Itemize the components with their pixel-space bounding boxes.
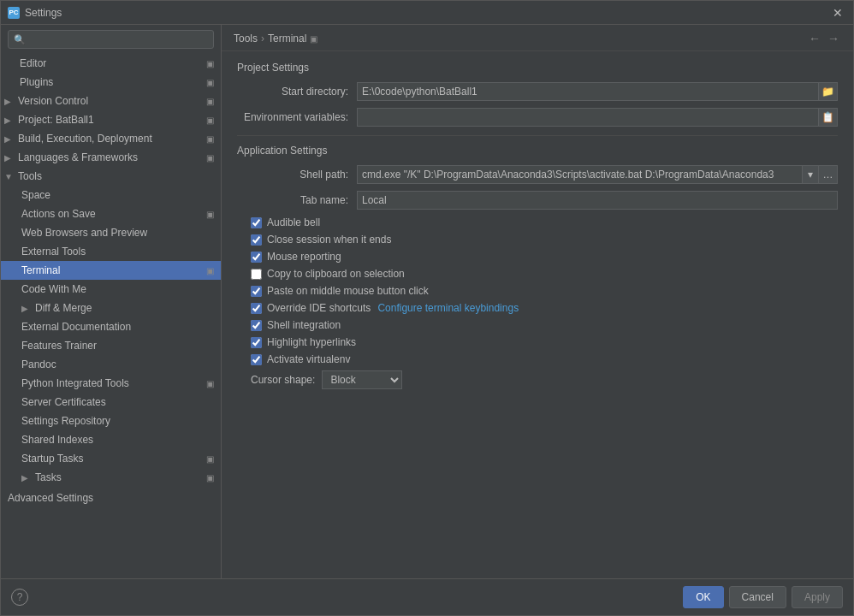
shell-path-row: Shell path: ▾ … <box>237 165 838 184</box>
sidebar-item-startup-tasks[interactable]: Startup Tasks ▣ <box>1 449 221 468</box>
shell-path-input[interactable] <box>357 165 802 184</box>
highlight-hyperlinks-checkbox[interactable] <box>251 337 262 348</box>
configure-keybindings-link[interactable]: Configure terminal keybindings <box>377 302 519 314</box>
sidebar-item-label: Project: BatBall1 <box>18 114 94 126</box>
sidebar-item-label: Tasks <box>35 471 62 483</box>
tab-name-label: Tab name: <box>237 194 357 206</box>
sidebar-item-space[interactable]: Space <box>1 186 221 204</box>
sidebar-item-tasks[interactable]: ▶ Tasks ▣ <box>1 468 221 487</box>
sidebar-item-features-trainer[interactable]: Features Trainer <box>1 336 221 355</box>
checkbox-close-session: Close session when it ends <box>237 234 838 246</box>
expand-icon: ▣ <box>206 134 214 144</box>
sidebar-item-web-browsers[interactable]: Web Browsers and Preview <box>1 223 221 242</box>
sidebar-item-diff-merge[interactable]: ▶ Diff & Merge <box>1 299 221 317</box>
breadcrumb-parent[interactable]: Tools <box>234 33 258 44</box>
sidebar-item-label: Space <box>21 189 50 201</box>
forward-button[interactable]: → <box>826 32 841 45</box>
settings-dialog: PC Settings ✕ 🔍 Editor ▣ Plugins ▣ ▶ <box>0 0 854 616</box>
checkbox-override-ide: Override IDE shortcuts Configure termina… <box>237 302 838 314</box>
shell-input-wrap: ▾ … <box>357 165 838 184</box>
cancel-button[interactable]: Cancel <box>729 586 786 608</box>
sidebar-item-build[interactable]: ▶ Build, Execution, Deployment ▣ <box>1 129 221 148</box>
arrow-icon: ▶ <box>4 97 15 106</box>
sidebar-item-pandoc[interactable]: Pandoc <box>1 355 221 374</box>
sidebar-item-label: Plugins <box>20 76 53 88</box>
sidebar-item-actions-on-save[interactable]: Actions on Save ▣ <box>1 204 221 223</box>
sidebar-item-label: Code With Me <box>21 283 86 295</box>
search-input[interactable] <box>29 33 208 45</box>
search-icon: 🔍 <box>14 34 26 45</box>
sidebar-item-editor[interactable]: Editor ▣ <box>1 54 221 73</box>
sidebar-item-advanced-settings[interactable]: Advanced Settings <box>1 489 221 507</box>
sidebar-item-plugins[interactable]: Plugins ▣ <box>1 73 221 92</box>
sidebar-item-external-tools[interactable]: External Tools <box>1 242 221 261</box>
override-ide-checkbox[interactable] <box>251 303 262 314</box>
close-button[interactable]: ✕ <box>829 4 846 21</box>
sidebar-item-label: External Documentation <box>21 321 131 333</box>
audible-bell-checkbox[interactable] <box>251 217 262 228</box>
arrow-icon: ▶ <box>4 116 15 125</box>
env-variables-browse-button[interactable]: 📋 <box>819 108 838 127</box>
expand-icon: ▣ <box>206 78 214 87</box>
expand-icon: ▣ <box>206 59 214 68</box>
start-directory-input[interactable] <box>357 82 819 101</box>
sidebar-item-label: Pandoc <box>21 358 56 370</box>
sidebar-item-label: Version Control <box>18 95 88 107</box>
sidebar-item-label: Settings Repository <box>21 415 110 427</box>
arrow-icon: ▼ <box>4 172 15 181</box>
expand-icon: ▣ <box>206 153 214 163</box>
settings-content: Project Settings Start directory: 📁 Envi… <box>222 51 853 578</box>
sidebar-item-version-control[interactable]: ▶ Version Control ▣ <box>1 92 221 110</box>
start-directory-row: Start directory: 📁 <box>237 82 838 101</box>
expand-icon: ▣ <box>206 379 214 388</box>
arrow-icon: ▶ <box>4 153 15 163</box>
sidebar-item-server-certificates[interactable]: Server Certificates <box>1 393 221 412</box>
sidebar-item-python-integrated-tools[interactable]: Python Integrated Tools ▣ <box>1 374 221 393</box>
sidebar-item-settings-repository[interactable]: Settings Repository <box>1 412 221 430</box>
start-directory-browse-button[interactable]: 📁 <box>819 82 838 101</box>
cursor-shape-select[interactable]: Block Underline Vertical Bar <box>322 370 402 389</box>
sidebar-item-terminal[interactable]: Terminal ▣ <box>1 261 221 280</box>
sidebar-item-tools[interactable]: ▼ Tools <box>1 167 221 186</box>
activate-virtualenv-label: Activate virtualenv <box>267 353 350 365</box>
shell-integration-checkbox[interactable] <box>251 320 262 331</box>
activate-virtualenv-checkbox[interactable] <box>251 354 262 365</box>
app-icon: PC <box>8 7 20 19</box>
mouse-reporting-label: Mouse reporting <box>267 251 341 263</box>
sidebar-item-shared-indexes[interactable]: Shared Indexes <box>1 430 221 449</box>
env-variables-label: Environment variables: <box>237 111 357 123</box>
sidebar-item-label: Terminal <box>21 264 60 276</box>
sidebar-item-languages[interactable]: ▶ Languages & Frameworks ▣ <box>1 148 221 167</box>
sidebar-item-external-documentation[interactable]: External Documentation <box>1 317 221 336</box>
help-button[interactable]: ? <box>11 589 28 606</box>
sidebar-item-project[interactable]: ▶ Project: BatBall1 ▣ <box>1 110 221 129</box>
shell-dropdown-button[interactable]: ▾ <box>802 165 819 184</box>
breadcrumb: Tools › Terminal ▣ ← → <box>222 25 853 51</box>
sidebar-item-label: Tools <box>18 170 42 182</box>
sidebar-item-label: Diff & Merge <box>35 302 92 314</box>
override-ide-label: Override IDE shortcuts <box>267 302 371 314</box>
start-directory-input-wrap: 📁 <box>357 82 838 101</box>
apply-button[interactable]: Apply <box>792 586 843 608</box>
checkbox-mouse-reporting: Mouse reporting <box>237 251 838 263</box>
copy-clipboard-checkbox[interactable] <box>251 269 262 280</box>
app-settings-title: Application Settings <box>237 145 838 157</box>
checkbox-highlight-hyperlinks: Highlight hyperlinks <box>237 336 838 348</box>
sidebar-item-code-with-me[interactable]: Code With Me <box>1 280 221 299</box>
breadcrumb-current: Terminal <box>268 33 306 44</box>
arrow-icon: ▶ <box>21 304 32 313</box>
ok-button[interactable]: OK <box>683 586 723 608</box>
close-session-checkbox[interactable] <box>251 234 262 246</box>
search-box[interactable]: 🔍 <box>8 30 214 49</box>
paste-middle-checkbox[interactable] <box>251 286 262 297</box>
shell-browse-button[interactable]: … <box>819 165 838 184</box>
expand-icon: ▣ <box>206 97 214 106</box>
tab-name-input[interactable] <box>357 191 838 210</box>
section-separator <box>237 135 838 136</box>
back-button[interactable]: ← <box>807 32 822 45</box>
mouse-reporting-checkbox[interactable] <box>251 252 262 263</box>
breadcrumb-separator: › <box>261 33 264 44</box>
env-variables-input[interactable] <box>357 108 819 127</box>
sidebar-item-label: Features Trainer <box>21 340 97 352</box>
sidebar-item-label: Actions on Save <box>21 208 96 220</box>
